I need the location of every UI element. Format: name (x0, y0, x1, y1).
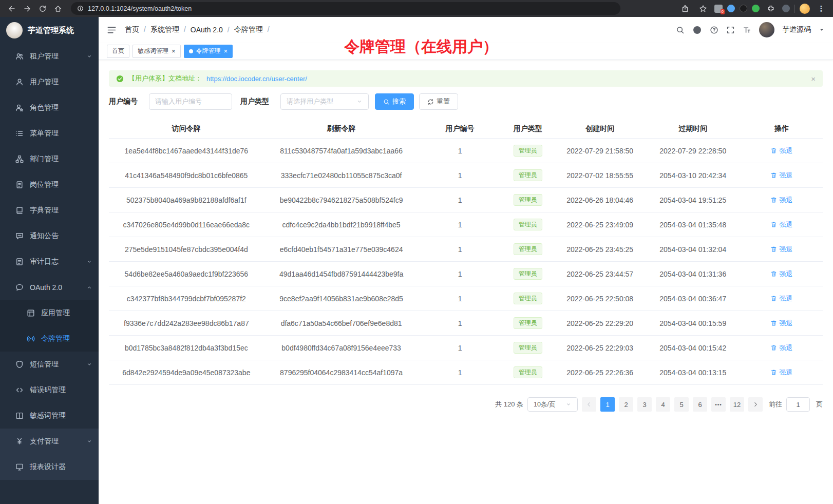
page-number-button[interactable]: 4 (656, 397, 670, 412)
refresh-token-cell: e6cfd40eb1f54571a31e775e039c4624 (264, 245, 419, 254)
page-size-select[interactable]: 10条/页 (527, 397, 578, 412)
tab-close-icon[interactable]: × (172, 48, 176, 54)
sidebar-item[interactable]: 报表设计器 (0, 454, 99, 480)
page-number-button[interactable]: 1 (600, 397, 615, 412)
user-name[interactable]: 芋道源码 (782, 25, 811, 34)
table-row: c347026e805e4d99b0d116eae66eda8c cdfc4ce… (109, 212, 823, 237)
sidebar-item[interactable]: 应用管理 (0, 300, 99, 326)
app-logo[interactable]: 芋道管理系统 (0, 17, 99, 44)
notice-icon (15, 232, 24, 240)
sidebar-item-label: 用户管理 (30, 77, 59, 87)
breadcrumb-item[interactable]: 令牌管理 (234, 25, 274, 34)
extension-icon-3[interactable] (740, 5, 747, 12)
sidebar-item[interactable]: 菜单管理 (0, 121, 99, 146)
action-cell: 强退 (741, 146, 823, 156)
force-logout-button[interactable]: 强退 (770, 319, 792, 328)
page-number-button[interactable]: 2 (619, 397, 633, 412)
browser-menu-icon[interactable]: ⋮ (815, 2, 828, 15)
tab[interactable]: 令牌管理 × (184, 45, 233, 58)
force-logout-button[interactable]: 强退 (770, 368, 792, 377)
tab-label: 首页 (112, 47, 124, 55)
force-logout-button[interactable]: 强退 (770, 196, 792, 205)
sidebar-item[interactable]: 租户管理 (0, 44, 99, 69)
github-icon[interactable] (692, 25, 702, 35)
help-icon[interactable] (710, 26, 718, 34)
share-icon[interactable] (678, 2, 692, 15)
force-logout-button[interactable]: 强退 (770, 294, 792, 303)
reload-icon[interactable] (36, 2, 49, 15)
page-number-button[interactable]: 5 (674, 397, 689, 412)
sidebar-item[interactable]: 审计日志 (0, 249, 99, 275)
trash-icon (770, 246, 777, 253)
force-logout-button[interactable]: 强退 (770, 245, 792, 254)
sidebar-item[interactable]: 字典管理 (0, 198, 99, 223)
next-page-button[interactable] (748, 397, 763, 412)
sidebar-item[interactable]: 短信管理 (0, 352, 99, 377)
user-id-label: 用户编号 (109, 97, 138, 106)
total-count: 共 120 条 (495, 400, 523, 409)
back-icon[interactable] (5, 2, 18, 15)
force-logout-button[interactable]: 强退 (770, 343, 792, 353)
prev-page-button[interactable] (582, 397, 596, 412)
breadcrumb-item[interactable]: 系统管理 (150, 25, 191, 34)
expires-cell: 2054-03-04 00:13:15 (646, 369, 741, 377)
page-number-button[interactable]: ••• (711, 397, 726, 412)
bookmark-star-icon[interactable] (696, 2, 710, 15)
alert-close-icon[interactable]: × (811, 74, 816, 83)
user-id-input[interactable]: 请输入用户编号 (149, 93, 232, 110)
sidebar-item[interactable]: 支付管理 (0, 429, 99, 454)
address-bar[interactable]: 127.0.0.1:1024/system/oauth2/token (71, 2, 620, 15)
tab[interactable]: 敏感词管理 × (132, 45, 181, 58)
sidebar-item[interactable]: 用户管理 (0, 69, 99, 95)
fontsize-icon[interactable] (743, 26, 751, 34)
refresh-icon (427, 99, 434, 105)
sidebar-item[interactable]: 令牌管理 (0, 326, 99, 352)
sidebar-item[interactable]: 敏感词管理 (0, 403, 99, 429)
sidebar-collapse-icon[interactable] (107, 25, 117, 35)
caret-down-icon[interactable] (819, 27, 825, 33)
user-avatar[interactable] (759, 22, 774, 37)
doc-link[interactable]: https://doc.iocoder.cn/user-center/ (206, 75, 307, 83)
force-logout-button[interactable]: 强退 (770, 171, 792, 180)
breadcrumb-item[interactable]: OAuth 2.0 (191, 26, 234, 34)
fullscreen-icon[interactable] (726, 26, 735, 34)
sidebar-item[interactable]: 通知公告 (0, 223, 99, 249)
tab-close-icon[interactable]: × (224, 48, 228, 54)
sidebar-item[interactable]: 错误码管理 (0, 377, 99, 403)
created-cell: 2022-07-02 18:55:55 (555, 171, 646, 180)
force-logout-button[interactable]: 强退 (770, 220, 792, 229)
user-type-select[interactable]: 请选择用户类型 (280, 93, 369, 110)
tab[interactable]: 首页 (107, 45, 129, 58)
home-icon[interactable] (51, 2, 65, 15)
extension-icon-2[interactable] (727, 5, 735, 12)
page-number-button[interactable]: 12 (730, 397, 744, 412)
user-id-cell: 1 (419, 245, 501, 254)
extension-icon-5[interactable] (782, 5, 790, 12)
main-layout: 芋道管理系统 租户管理 用户管理 角色管理 (0, 17, 833, 504)
sidebar-item[interactable]: OAuth 2.0 (0, 275, 99, 300)
extensions-puzzle-icon[interactable] (764, 2, 778, 15)
user-type-tag: 管理员 (514, 293, 542, 304)
force-logout-button[interactable]: 强退 (770, 146, 792, 156)
sidebar-item[interactable]: 角色管理 (0, 95, 99, 121)
goto-page-input[interactable]: 1 (786, 397, 810, 412)
extension-icon-4[interactable] (752, 5, 760, 12)
chevron-icon (86, 53, 92, 60)
page-number-button[interactable]: 3 (637, 397, 652, 412)
search-button[interactable]: 搜索 (375, 93, 414, 110)
sidebar-item[interactable]: 岗位管理 (0, 172, 99, 198)
extension-icon-1[interactable]: 0 (714, 5, 723, 13)
trash-icon (770, 295, 777, 302)
content-area: 令牌管理（在线用户） 首页系统管理OAuth 2.0令牌管理 芋道源码 (99, 17, 833, 504)
user-id-cell: 1 (419, 171, 501, 180)
page-number-button[interactable]: 6 (693, 397, 707, 412)
forward-icon[interactable] (21, 2, 34, 15)
browser-profile-avatar[interactable] (800, 4, 810, 14)
site-info-icon[interactable] (77, 5, 84, 12)
force-logout-button[interactable]: 强退 (770, 269, 792, 279)
sidebar-item[interactable]: 部门管理 (0, 146, 99, 172)
search-icon[interactable] (676, 26, 685, 34)
reset-button[interactable]: 重置 (419, 93, 458, 110)
breadcrumb-item[interactable]: 首页 (125, 25, 150, 34)
created-cell: 2022-06-25 23:49:09 (555, 221, 646, 229)
